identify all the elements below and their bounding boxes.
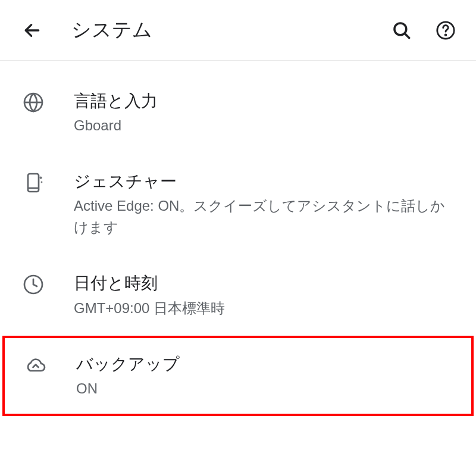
item-content: ジェスチャー Active Edge: ON。スクイーズしてアシスタントに話しか… bbox=[74, 170, 457, 238]
list-item-languages[interactable]: 言語と入力 Gboard bbox=[0, 73, 476, 153]
item-content: バックアップ ON bbox=[76, 352, 455, 399]
help-button[interactable] bbox=[434, 19, 457, 42]
help-icon bbox=[436, 20, 456, 40]
item-title: ジェスチャー bbox=[74, 170, 457, 193]
back-button[interactable] bbox=[21, 20, 43, 41]
settings-list: 言語と入力 Gboard ジェスチャー Active Edge: ON。スクイー… bbox=[0, 61, 476, 416]
item-subtitle: Active Edge: ON。スクイーズしてアシスタントに話しかけます bbox=[74, 195, 457, 238]
svg-rect-7 bbox=[28, 174, 39, 192]
item-content: 言語と入力 Gboard bbox=[74, 89, 457, 136]
page-title: システム bbox=[71, 17, 390, 43]
item-title: 言語と入力 bbox=[74, 89, 457, 112]
search-icon bbox=[392, 20, 412, 40]
svg-line-2 bbox=[405, 33, 409, 38]
item-title: バックアップ bbox=[76, 352, 455, 376]
app-header: システム bbox=[0, 0, 476, 61]
header-actions bbox=[390, 19, 457, 42]
list-item-gestures[interactable]: ジェスチャー Active Edge: ON。スクイーズしてアシスタントに話しか… bbox=[0, 153, 476, 255]
globe-icon bbox=[21, 90, 45, 114]
list-item-datetime[interactable]: 日付と時刻 GMT+09:00 日本標準時 bbox=[0, 255, 476, 335]
list-item-backup[interactable]: バックアップ ON bbox=[2, 336, 474, 416]
item-title: 日付と時刻 bbox=[74, 271, 457, 295]
item-subtitle: Gboard bbox=[74, 115, 457, 136]
cloud-upload-icon bbox=[24, 354, 48, 377]
arrow-back-icon bbox=[23, 21, 42, 40]
phone-sparkle-icon bbox=[21, 171, 45, 195]
clock-icon bbox=[21, 273, 45, 296]
item-content: 日付と時刻 GMT+09:00 日本標準時 bbox=[74, 271, 457, 318]
svg-point-4 bbox=[445, 34, 446, 35]
item-subtitle: GMT+09:00 日本標準時 bbox=[74, 298, 457, 319]
search-button[interactable] bbox=[390, 19, 413, 42]
item-subtitle: ON bbox=[76, 378, 455, 399]
